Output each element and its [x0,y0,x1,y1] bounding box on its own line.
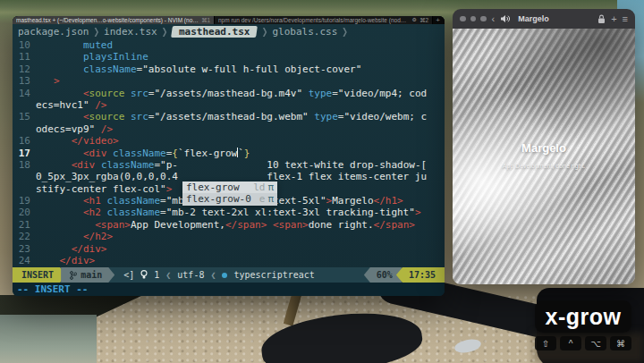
activity-spinner-icon: ⚙ [411,16,416,24]
breadcrumb-separator-icon: ❯ [93,24,99,38]
code-line: 23 </div> [13,243,445,255]
cursor-location: 17:35 [396,267,445,283]
modifier-key-icon: ⇧ [535,336,556,350]
mode-indicator: INSERT [13,267,66,283]
separator-icon: ❮ [165,270,171,280]
code-line: 21 <span>App Development,</span> <span>d… [13,219,445,231]
code-line: 20 <h2 className="mb-2 text-2xl xl:text-… [13,207,445,218]
completion-item[interactable]: flex-grow-0eπ [182,193,277,205]
code-line: 10 muted [13,39,445,51]
git-branch-segment: main [61,267,114,283]
completion-item[interactable]: flex-growldπ [182,182,277,193]
modifier-key-icon: ⌘ [610,336,631,350]
code-line: 15 <source src="/assets/masthead-bg.webm… [13,111,445,122]
nvim-buffer-bar: package.json❯index.tsx❯masthead.tsx❯glob… [13,24,445,39]
code-line: 17 <div className={`flex-grow`} [13,148,445,159]
menu-icon[interactable]: ≡ [623,14,628,24]
lightbulb-icon [140,270,148,280]
buffer-item-index.tsx[interactable]: index.tsx [104,26,157,38]
diff-indicator: <] [123,270,134,280]
buffer-item-globals.css[interactable]: globals.css [272,26,337,38]
code-line: 24 </div> [13,255,445,266]
code-line: ecs=hvc1" /> [13,99,445,111]
code-line: 14 <source src="/assets/masthead-bg.m4v"… [13,88,445,99]
file-progress: 60% [364,267,402,283]
code-line: odecs=vp9" /> [13,123,445,135]
buffer-item-masthead.tsx[interactable]: masthead.tsx [171,26,258,38]
breadcrumb-separator-icon: ❯ [262,24,268,38]
hero-subheading: App Development, done right. [453,163,635,169]
preview-window: ‹ Margelo + ≡ Margelo App Development, d… [453,9,635,284]
terminal-tab-title: masthead.tsx + (~/Developmen…o-website/c… [16,16,199,24]
buffer-item-package.json[interactable]: package.json [18,26,89,38]
code-line: 22 </h2> [13,231,445,242]
keystroke-text: x-grow [535,300,631,333]
new-tab-icon[interactable]: + [611,14,616,24]
keystroke-overlay: x-grow ⇧^⌥⌘ [535,300,631,350]
traffic-lights[interactable] [460,16,487,22]
preview-page-title: Margelo [518,14,549,23]
tab-shortcut-label: ⌘2 [419,16,428,24]
hero-heading: Margelo [453,141,635,155]
back-chevron-icon[interactable]: ‹ [492,14,496,24]
filetype-icon [222,273,227,278]
lock-icon[interactable] [597,14,606,24]
separator-icon: ❮ [210,270,216,280]
code-line: 12 className="absolute w-full h-full obj… [13,63,445,75]
breadcrumb-separator-icon: ❯ [162,24,168,38]
code-line: 13 > [13,75,445,87]
desktop-wallpaper-shore [0,315,97,363]
minimize-window-button[interactable] [470,16,477,22]
vim-command-line[interactable]: -- INSERT -- [13,283,445,296]
tab-shortcut-label: ⌘1 [201,16,210,24]
nvim-code-area[interactable]: 10 muted11 playsInline12 className="abso… [13,39,445,267]
preview-viewport[interactable]: Margelo App Development, done right. [453,29,635,284]
git-branch-icon [70,271,77,280]
new-tab-button[interactable]: + [433,16,445,24]
git-branch-name: main [80,270,102,280]
terminal-tab-title: npm run dev /Users/nora/Developments/tut… [218,16,409,24]
zoom-window-button[interactable] [480,16,487,22]
code-line: 16 </video> [13,135,445,147]
nvim-statusline: INSERT main <] 1 ❮ utf-8 ❮ typescriptrea… [13,267,445,283]
terminal-window: masthead.tsx + (~/Developmen…o-website/c… [13,16,445,296]
audio-icon[interactable] [500,14,511,23]
terminal-tab-1[interactable]: masthead.tsx + (~/Developmen…o-website/c… [13,16,215,24]
breadcrumb-separator-icon: ❯ [342,24,348,38]
filetype-label: typescriptreact [233,270,314,280]
terminal-tab-bar: masthead.tsx + (~/Developmen…o-website/c… [13,16,445,24]
modifier-key-icon: ^ [560,336,581,350]
code-line: 18 <div className="p- 10 text-white drop… [13,159,445,171]
hint-count: 1 [154,270,159,280]
terminal-tab-2[interactable]: npm run dev /Users/nora/Developments/tut… [215,16,433,24]
autocomplete-popup[interactable]: flex-growldπflex-grow-0eπ [182,182,277,206]
encoding-label: utf-8 [177,270,204,280]
code-line: 11 playsInline [13,51,445,63]
close-window-button[interactable] [460,16,466,22]
masthead-hero: Margelo App Development, done right. [453,141,635,169]
modifier-key-icon: ⌥ [585,336,606,350]
preview-title-bar[interactable]: ‹ Margelo + ≡ [453,9,635,29]
